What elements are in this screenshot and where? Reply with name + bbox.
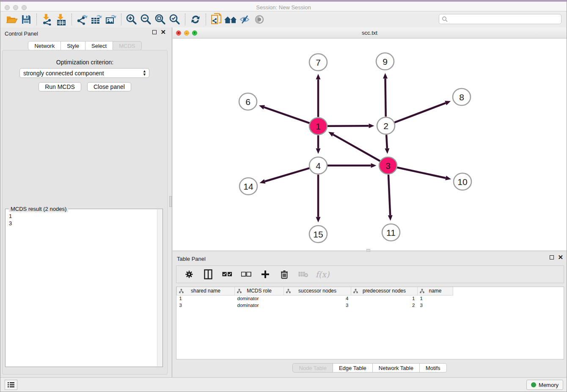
node-1[interactable]: 1 xyxy=(309,118,327,135)
memory-button[interactable]: Memory xyxy=(526,380,563,390)
table-row[interactable]: 1dominator411 xyxy=(177,295,453,302)
open-session-button[interactable] xyxy=(5,13,19,26)
mcds-panel: Optimization criterion: strongly connect… xyxy=(2,50,168,375)
horizontal-splitter-handle[interactable] xyxy=(366,249,370,252)
close-panel-button[interactable]: Close panel xyxy=(87,82,131,91)
edge-4-14[interactable] xyxy=(265,168,310,181)
export-network-button[interactable] xyxy=(75,13,89,26)
zoom-in-button[interactable] xyxy=(124,13,139,26)
table-cell[interactable]: dominator xyxy=(235,302,284,309)
application-window: Session: New Session xyxy=(0,0,567,392)
task-history-button[interactable] xyxy=(5,380,17,390)
column-header-successor-nodes[interactable]: successor nodes xyxy=(284,287,351,295)
vertical-splitter[interactable] xyxy=(169,28,172,377)
control-panel: Control Panel ✕ NetworkStyleSelectMCDS O… xyxy=(0,28,169,375)
hide-graphics-button[interactable] xyxy=(238,13,252,26)
optimization-criterion-label: Optimization criterion: xyxy=(3,59,167,66)
table-cell[interactable]: 3 xyxy=(177,302,235,309)
export-image-button[interactable] xyxy=(104,13,118,26)
zoom-selected-button[interactable] xyxy=(168,13,182,26)
mcds-result-list[interactable]: 13 xyxy=(6,211,157,367)
table-panel-title: Table Panel xyxy=(177,256,206,262)
network-graph[interactable]: 1234678910111415 xyxy=(173,39,567,251)
node-6[interactable]: 6 xyxy=(239,93,257,110)
node-11[interactable]: 11 xyxy=(382,224,400,241)
run-mcds-button[interactable]: Run MCDS xyxy=(39,82,81,91)
zoom-fit-button[interactable] xyxy=(153,13,168,26)
network-canvas[interactable]: 1234678910111415 xyxy=(173,39,567,251)
table-cell[interactable]: 4 xyxy=(284,295,351,302)
table-cell[interactable]: 3 xyxy=(418,302,453,309)
close-table-panel-icon[interactable]: ✕ xyxy=(558,255,563,259)
tab-network-table[interactable]: Network Table xyxy=(373,363,420,373)
node-7[interactable]: 7 xyxy=(309,54,327,71)
column-header-predecessor-nodes[interactable]: predecessor nodes xyxy=(351,287,418,295)
node-10[interactable]: 10 xyxy=(454,173,471,190)
select-all-button[interactable] xyxy=(222,268,232,280)
node-8[interactable]: 8 xyxy=(453,88,471,105)
edge-1-6[interactable] xyxy=(264,107,309,123)
edge-3-1[interactable] xyxy=(333,135,380,161)
table-cell[interactable]: 1 xyxy=(177,295,235,302)
search-input[interactable] xyxy=(449,15,561,23)
deselect-all-button[interactable] xyxy=(241,268,251,280)
float-table-panel-icon[interactable] xyxy=(550,255,554,259)
export-table-button[interactable] xyxy=(89,13,104,26)
tab-edge-table[interactable]: Edge Table xyxy=(333,363,373,373)
table-cell[interactable]: 1 xyxy=(351,295,418,302)
edge-1-2[interactable] xyxy=(327,126,369,126)
node-2[interactable]: 2 xyxy=(377,117,395,134)
add-column-button[interactable] xyxy=(260,268,270,280)
node-15[interactable]: 15 xyxy=(309,226,327,243)
mcds-result-item[interactable]: 3 xyxy=(9,220,157,227)
checked-boxes-icon xyxy=(222,272,232,277)
mcds-result-box: MCDS result (2 nodes) 13 xyxy=(5,209,163,367)
edge-3-10[interactable] xyxy=(397,168,446,178)
edge-2-8[interactable] xyxy=(394,103,446,122)
save-session-button[interactable] xyxy=(19,13,33,26)
tab-select[interactable]: Select xyxy=(85,41,113,50)
delete-column-button[interactable] xyxy=(279,268,289,280)
float-panel-icon[interactable] xyxy=(152,30,157,34)
node-3[interactable]: 3 xyxy=(379,157,397,174)
edge-3-11[interactable] xyxy=(388,174,390,215)
table-cell[interactable]: 3 xyxy=(284,302,351,309)
edge-2-3[interactable] xyxy=(386,135,387,148)
home-button[interactable] xyxy=(223,13,238,26)
result-scrollbar[interactable] xyxy=(157,210,162,366)
tab-network[interactable]: Network xyxy=(28,41,61,50)
network-overview-button[interactable] xyxy=(209,13,223,26)
import-network-button[interactable] xyxy=(40,13,54,26)
export-image-icon xyxy=(105,14,117,25)
node-table[interactable]: shared nameMCDS rolesuccessor nodesprede… xyxy=(176,287,564,359)
tab-node-table[interactable]: Node Table xyxy=(292,363,333,373)
show-columns-button[interactable] xyxy=(203,268,213,280)
column-header-name[interactable]: name xyxy=(418,287,453,295)
tab-mcds[interactable]: MCDS xyxy=(113,41,141,50)
refresh-button[interactable] xyxy=(188,13,203,26)
tab-style[interactable]: Style xyxy=(61,41,85,50)
node-4[interactable]: 4 xyxy=(309,157,327,174)
column-header-shared-name[interactable]: shared name xyxy=(177,287,235,295)
zoom-out-button[interactable] xyxy=(139,13,153,26)
column-header-MCDS-role[interactable]: MCDS role xyxy=(235,287,284,295)
table-settings-button[interactable] xyxy=(184,268,194,280)
network-titlebar[interactable]: ✕ – + scc.txt xyxy=(173,28,567,39)
table-cell[interactable]: 1 xyxy=(418,295,453,302)
table-cell[interactable]: dominator xyxy=(235,295,284,302)
criterion-dropdown[interactable]: strongly connected component ▲▼ xyxy=(19,68,149,78)
table-cell[interactable]: 2 xyxy=(351,302,418,309)
tab-motifs[interactable]: Motifs xyxy=(420,363,447,373)
edge-2-9[interactable] xyxy=(385,78,386,116)
import-table-button[interactable] xyxy=(54,13,69,26)
splitter-handle[interactable] xyxy=(169,196,172,207)
node-9[interactable]: 9 xyxy=(376,53,394,70)
toolbar-separator xyxy=(121,14,121,25)
search-field[interactable] xyxy=(439,14,561,24)
close-panel-icon[interactable]: ✕ xyxy=(160,30,166,34)
eye-icon xyxy=(253,14,265,25)
mcds-result-item[interactable]: 1 xyxy=(9,213,157,220)
show-graphics-button[interactable] xyxy=(252,13,267,26)
node-14[interactable]: 14 xyxy=(239,178,257,195)
table-row[interactable]: 3dominator323 xyxy=(177,302,453,309)
